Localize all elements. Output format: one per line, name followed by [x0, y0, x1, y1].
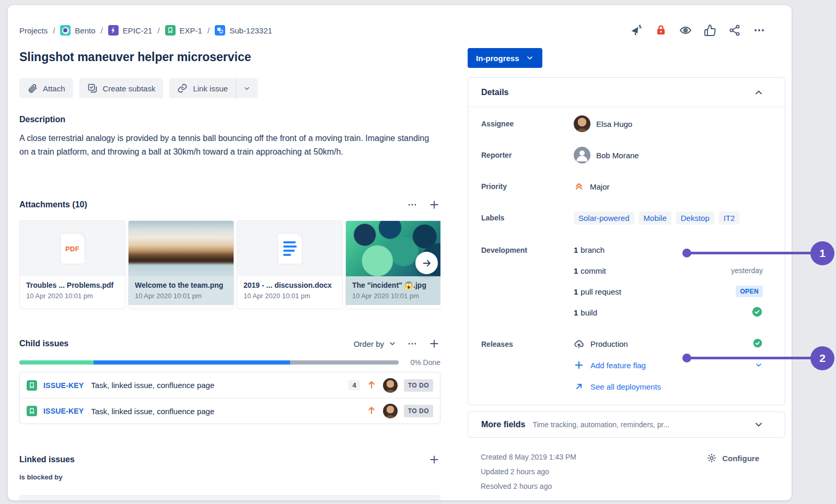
see-all-deployments-row: See all deployments — [574, 379, 763, 394]
callout-2-line — [687, 357, 812, 359]
dev-count: 1 — [574, 245, 578, 254]
pdf-thumbnail: PDF — [20, 221, 125, 276]
more-fields-panel[interactable]: More fields Time tracking, automation, r… — [468, 412, 785, 438]
breadcrumb-epic[interactable]: EPIC-21 — [108, 25, 153, 36]
gear-icon — [706, 453, 717, 463]
breadcrumb-subtask[interactable]: Sub-123321 — [215, 25, 272, 36]
breadcrumb-projects[interactable]: Projects — [19, 26, 48, 35]
assignee-avatar[interactable] — [383, 378, 398, 393]
main-column: Projects / Bento / EPIC-21 / EXP-1 / Sub… — [19, 5, 440, 500]
issue-count-badge: 4 — [349, 380, 359, 390]
breadcrumb-project-bento[interactable]: Bento — [60, 25, 95, 36]
reporter-label: Reporter — [481, 151, 574, 159]
child-issues-header: Child issues Order by — [19, 337, 440, 350]
attachments-list: PDF Troubles ... Problems.pdf 10 Apr 202… — [19, 220, 440, 309]
status-dropdown-button[interactable]: In-progress — [468, 48, 542, 68]
issue-key-link[interactable]: ISSUE-KEY — [43, 407, 84, 415]
attachment-card[interactable]: PDF Troubles ... Problems.pdf 10 Apr 202… — [19, 220, 125, 309]
dev-build-link[interactable]: build — [580, 308, 597, 317]
configure-button[interactable]: Configure — [706, 453, 759, 463]
breadcrumb-label: Bento — [75, 26, 95, 35]
breadcrumb-label: EXP-1 — [180, 26, 202, 35]
story-bookmark-icon — [27, 406, 37, 416]
details-header[interactable]: Details — [468, 78, 785, 107]
priority-value[interactable]: Major — [574, 181, 763, 193]
assignee-avatar[interactable] — [383, 404, 398, 418]
link-issue-button[interactable]: Link issue — [169, 78, 236, 98]
chevron-down-icon[interactable] — [754, 361, 763, 369]
breadcrumb-label: EPIC-21 — [123, 26, 153, 35]
callout-2-dot — [682, 354, 691, 362]
reporter-name: Bob Morane — [596, 151, 639, 160]
breadcrumb-label: Sub-123321 — [229, 26, 272, 35]
attachments-header: Attachments (10) — [19, 198, 440, 211]
attachments-add-icon[interactable] — [428, 198, 440, 211]
priority-row: Priority Major — [481, 175, 763, 198]
child-issue-row[interactable]: ISSUE-KEY Task, linked issue, confluence… — [20, 398, 440, 424]
label-pill[interactable]: Mobile — [639, 212, 671, 225]
details-heading: Details — [481, 88, 508, 97]
issue-key-link[interactable]: ISSUE-KEY — [43, 381, 84, 390]
create-subtask-button[interactable]: Create subtask — [79, 78, 164, 98]
dev-branch-link[interactable]: branch — [580, 245, 605, 254]
attachment-card[interactable]: 2019 - ... discussion.docx 10 Apr 2020 1… — [237, 220, 343, 309]
child-issues-add-icon[interactable] — [428, 337, 440, 350]
progress-segment-green — [19, 360, 94, 365]
child-issues-more-icon[interactable] — [406, 337, 419, 350]
attachment-card[interactable]: Welcome to the team.png 10 Apr 2020 10:0… — [128, 220, 234, 309]
attachment-caption: 2019 - ... discussion.docx 10 Apr 2020 1… — [237, 276, 342, 305]
child-issue-row[interactable]: ISSUE-KEY Task, linked issue, confluence… — [20, 372, 440, 398]
paperclip-icon — [27, 83, 38, 93]
priority-up-icon — [366, 405, 377, 417]
create-subtask-label: Create subtask — [103, 84, 156, 93]
cloud-upload-icon — [574, 338, 584, 349]
arrow-right-icon — [421, 257, 433, 269]
story-bookmark-icon — [165, 25, 176, 36]
chevron-up-icon[interactable] — [753, 87, 764, 98]
dev-commit-link[interactable]: commit — [580, 266, 606, 275]
label-pill[interactable]: Dekstop — [676, 212, 714, 225]
doc-file-icon — [278, 233, 302, 264]
linked-issues-heading: Linked issues — [19, 455, 75, 464]
attachment-filename: The "incident" 😱.jpg — [352, 281, 440, 289]
person-icon — [574, 147, 590, 163]
more-fields-heading: More fields — [481, 420, 525, 429]
breadcrumb-separator: / — [157, 26, 159, 35]
release-row: Production — [574, 336, 763, 351]
dev-count: 1 — [574, 287, 578, 296]
dev-branch-row: 1 branch — [574, 242, 763, 257]
assignee-value[interactable]: Elsa Hugo — [574, 115, 763, 132]
label-pill[interactable]: Solar-powered — [574, 212, 634, 225]
dev-count: 1 — [574, 266, 578, 275]
see-all-deployments-link[interactable]: See all deployments — [590, 382, 661, 391]
reporter-value[interactable]: Bob Morane — [574, 147, 763, 163]
linked-issues-header: Linked issues — [19, 453, 440, 466]
add-feature-flag-row: Add feature flag — [574, 357, 763, 373]
labels-value: Solar-powered Mobile Dekstop IT2 — [574, 212, 763, 225]
order-by-dropdown[interactable]: Order by — [354, 339, 397, 348]
linked-issues-add-icon[interactable] — [428, 453, 440, 466]
attachments-more-icon[interactable] — [406, 198, 419, 211]
release-name[interactable]: Production — [590, 339, 628, 348]
label-pill[interactable]: IT2 — [719, 212, 740, 225]
child-progress-row: 0% Done — [19, 358, 440, 367]
commit-time-label: yesterday — [731, 266, 763, 275]
pdf-badge: PDF — [65, 245, 79, 253]
breadcrumb-story[interactable]: EXP-1 — [165, 25, 202, 36]
attachment-date: 10 Apr 2020 10:01 pm — [26, 292, 119, 300]
priority-name: Major — [590, 182, 610, 191]
dev-pull-request-row: 1 pull request OPEN — [574, 284, 763, 299]
attach-button[interactable]: Attach — [19, 78, 73, 98]
add-feature-flag-link[interactable]: Add feature flag — [590, 361, 646, 370]
breadcrumb-separator: / — [101, 26, 103, 35]
page-title: Slingshot maneuver helper microservice — [19, 50, 251, 64]
progress-bar — [19, 360, 399, 365]
linked-issue-row-partial[interactable] — [19, 495, 440, 500]
link-issue-more-button[interactable] — [236, 78, 258, 98]
dev-pull-request-link[interactable]: pull request — [580, 287, 621, 296]
callout-2-marker: 2 — [810, 346, 834, 370]
progress-done-label: 0% Done — [404, 358, 440, 367]
attachments-scroll-next-button[interactable] — [415, 252, 438, 274]
photo-thumbnail — [129, 221, 234, 276]
callout-1-dot — [682, 249, 691, 257]
